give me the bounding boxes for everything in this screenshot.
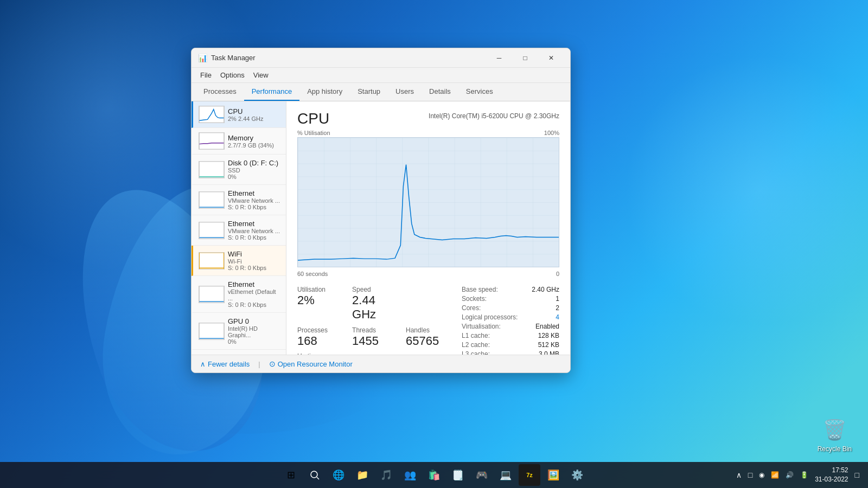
sidebar-eth3-detail1: vEthernet (Default ... [228,288,280,301]
settings-button[interactable]: ⚙️ [566,464,588,486]
tab-processes[interactable]: Processes [196,83,244,101]
memory-mini-graph [199,132,225,150]
sidebar-item-memory-content: Memory 2.7/7.9 GB (34%) [199,132,280,150]
spotify-button[interactable]: 🎵 [375,464,397,486]
sidebar-item-ethernet3[interactable]: Ethernet vEthernet (Default ... S: 0 R: … [192,276,286,313]
info-logical: Logical processors: 4 [462,313,559,321]
wallpaper-decoration-2 [624,54,868,325]
graph-time-labels: 60 seconds 0 [297,271,559,277]
tablet-icon[interactable]: □ [746,468,755,481]
base-speed-label: Base speed: [462,286,498,293]
footer-separator: | [258,360,260,368]
sidebar-item-wifi-content: WiFi Wi-Fi S: 0 R: 0 Kbps [199,250,280,271]
task-manager-window: 📊 Task Manager ─ □ ✕ File Options View P… [191,48,571,373]
threads-stat-label: Threads [352,326,397,334]
tab-app-history[interactable]: App history [299,83,350,101]
sidebar-item-memory[interactable]: Memory 2.7/7.9 GB (34%) [192,128,286,155]
cpu-mini-graph [199,106,225,123]
menu-options[interactable]: Options [216,69,249,81]
sidebar-wifi-info: WiFi Wi-Fi S: 0 R: 0 Kbps [228,250,266,271]
sidebar-gpu-name: GPU 0 [228,317,280,325]
speed-stat-value: 2.44 GHz [352,293,397,322]
search-button[interactable] [304,464,326,486]
info-cores: Cores: 2 [462,304,559,312]
processes-stat-value: 168 [297,334,343,348]
maximize-button[interactable]: □ [513,50,538,66]
sidebar-wifi-detail1: Wi-Fi [228,258,266,265]
menu-view[interactable]: View [249,69,273,81]
fewer-details-label: Fewer details [208,360,250,368]
eth2-mini-graph [199,222,225,239]
system-clock[interactable]: 17:52 31-03-2022 [815,466,848,484]
sidebar-disk-detail1: SSD [228,167,278,174]
virt-value: Enabled [535,323,559,330]
virt-label: Virtualisation: [462,323,501,330]
notifications-icon[interactable]: □ [853,468,861,481]
system-info-section: Base speed: 2.40 GHz Sockets: 1 Cores: 2 [462,286,559,355]
sidebar-eth3-name: Ethernet [228,280,280,288]
fewer-details-button[interactable]: ∧ Fewer details [200,360,250,368]
threads-stat-value: 1455 [352,334,397,348]
sidebar-cpu-name: CPU [228,107,263,115]
tab-performance[interactable]: Performance [244,83,299,101]
svg-rect-6 [200,286,224,303]
sidebar-memory-name: Memory [228,134,274,142]
time-label-0: 0 [556,271,559,277]
sidebar-item-cpu[interactable]: CPU 2% 2.44 GHz [192,101,286,128]
sidebar-item-ethernet2[interactable]: Ethernet VMware Network ... S: 0 R: 0 Kb… [192,215,286,246]
chevron-up-icon: ∧ [200,360,206,368]
tab-services[interactable]: Services [458,83,501,101]
tab-details[interactable]: Details [422,83,458,101]
photo-viewer-button[interactable]: 🖼️ [542,464,564,486]
tabs: Processes Performance App history Startu… [192,83,570,101]
info-virt: Virtualisation: Enabled [462,323,559,330]
start-button[interactable]: ⊞ [280,464,302,486]
sidebar-item-ethernet1[interactable]: Ethernet VMware Network ... S: 0 R: 0 Kb… [192,185,286,215]
svg-rect-2 [200,162,224,178]
wifi-mini-graph [199,252,225,269]
volume-icon[interactable]: 🔊 [783,469,796,481]
recycle-bin[interactable]: 🗑️ Recycle Bin [818,417,852,453]
svg-point-10 [311,471,317,478]
info-base-speed: Base speed: 2.40 GHz [462,286,559,293]
sidebar-eth2-detail2: S: 0 R: 0 Kbps [228,234,280,241]
sidebar-cpu-info: CPU 2% 2.44 GHz [228,107,263,122]
sidebar-cpu-detail: 2% 2.44 GHz [228,115,263,122]
battery-icon[interactable]: 🔋 [798,469,810,481]
stat-utilisation: Utilisation 2% [297,286,343,322]
cores-label: Cores: [462,304,481,312]
sidebar-gpu-info: GPU 0 Intel(R) HD Graphi... 0% [228,317,280,345]
notepad-button[interactable]: 🗒️ [447,464,469,486]
tab-startup[interactable]: Startup [350,83,388,101]
info-sockets: Sockets: 1 [462,295,559,303]
7zip-button[interactable]: 7z [519,464,540,486]
close-button[interactable]: ✕ [539,50,564,66]
tab-users[interactable]: Users [388,83,422,101]
sidebar-item-gpu[interactable]: GPU 0 Intel(R) HD Graphi... 0% [192,313,286,350]
tray-expand-icon[interactable]: ∧ [734,468,744,481]
sidebar-item-disk-content: Disk 0 (D: F: C:) SSD 0% [199,159,280,180]
info-l1: L1 cache: 128 KB [462,332,559,339]
sidebar-item-eth2-content: Ethernet VMware Network ... S: 0 R: 0 Kb… [199,220,280,241]
base-speed-value: 2.40 GHz [532,286,559,293]
svg-line-11 [317,477,319,479]
vscode-button[interactable]: 💻 [495,464,516,486]
store-button[interactable]: 🛍️ [423,464,445,486]
edge-button[interactable]: 🌐 [328,464,349,486]
teams-button[interactable]: 👥 [399,464,421,486]
cpu-processor-name: Intel(R) Core(TM) i5-6200U CPU @ 2.30GHz [429,112,559,120]
svg-rect-1 [200,133,224,149]
sidebar-item-disk[interactable]: Disk 0 (D: F: C:) SSD 0% [192,155,286,185]
sidebar-item-wifi[interactable]: WiFi Wi-Fi S: 0 R: 0 Kbps [192,246,286,276]
wifi-tray-icon[interactable]: 📶 [769,469,781,481]
menu-file[interactable]: File [196,69,216,81]
sidebar: CPU 2% 2.44 GHz Memory 2.7 [192,101,286,355]
window-controls: ─ □ ✕ [487,50,564,66]
open-resource-monitor-button[interactable]: ⊙ Open Resource Monitor [269,359,353,368]
chrome-tray-icon[interactable]: ◉ [757,469,767,481]
file-explorer-button[interactable]: 📁 [352,464,373,486]
sidebar-eth1-detail2: S: 0 R: 0 Kbps [228,204,280,210]
game-button[interactable]: 🎮 [471,464,493,486]
minimize-button[interactable]: ─ [487,50,512,66]
sockets-value: 1 [556,295,559,303]
